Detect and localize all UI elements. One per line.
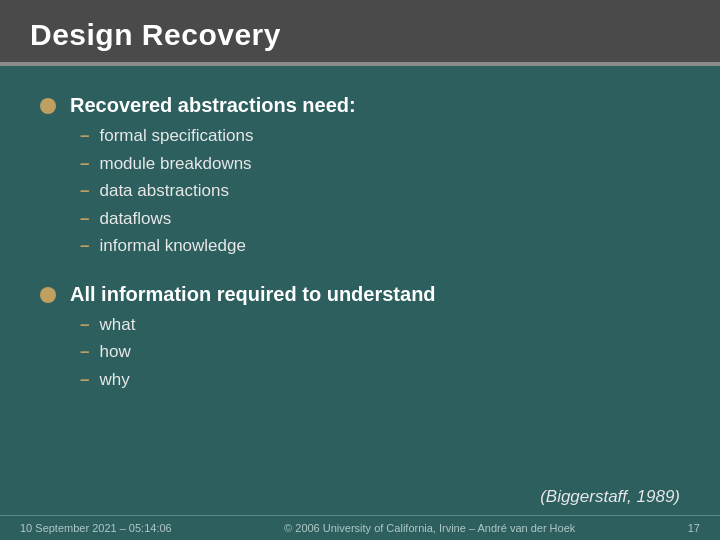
slide: Design Recovery Recovered abstractions n…	[0, 0, 720, 540]
list-item: – data abstractions	[80, 178, 680, 204]
bullet-section-1: Recovered abstractions need: – formal sp…	[40, 94, 680, 259]
bullet-content-1: Recovered abstractions need: – formal sp…	[70, 94, 680, 259]
dash-icon: –	[80, 151, 89, 177]
sub-list-1: – formal specifications – module breakdo…	[70, 123, 680, 259]
sub-item-text: why	[99, 367, 129, 393]
dash-icon: –	[80, 178, 89, 204]
sub-item-text: what	[99, 312, 135, 338]
bullet-section-2: All information required to understand –…	[40, 283, 680, 393]
list-item: – informal knowledge	[80, 233, 680, 259]
sub-list-2: – what – how – why	[70, 312, 680, 393]
sub-item-text: module breakdowns	[99, 151, 251, 177]
footer-date: 10 September 2021 – 05:14:06	[20, 522, 172, 534]
footer-copyright: © 2006 University of California, Irvine …	[172, 522, 688, 534]
dash-icon: –	[80, 206, 89, 232]
list-item: – what	[80, 312, 680, 338]
dash-icon: –	[80, 312, 89, 338]
dash-icon: –	[80, 123, 89, 149]
sub-item-text: dataflows	[99, 206, 171, 232]
dash-icon: –	[80, 367, 89, 393]
bullet-icon-1	[40, 98, 56, 114]
list-item: – how	[80, 339, 680, 365]
dash-icon: –	[80, 233, 89, 259]
list-item: – why	[80, 367, 680, 393]
citation: (Biggerstaff, 1989)	[0, 487, 720, 515]
bullet-main-2: All information required to understand	[70, 283, 680, 306]
footer-page-number: 17	[688, 522, 700, 534]
footer-bar: 10 September 2021 – 05:14:06 © 2006 Univ…	[0, 515, 720, 540]
list-item: – dataflows	[80, 206, 680, 232]
sub-item-text: how	[99, 339, 130, 365]
bullet-main-1: Recovered abstractions need:	[70, 94, 680, 117]
bullet-icon-2	[40, 287, 56, 303]
title-bar: Design Recovery	[0, 0, 720, 66]
list-item: – module breakdowns	[80, 151, 680, 177]
content-area: Recovered abstractions need: – formal sp…	[0, 66, 720, 487]
sub-item-text: formal specifications	[99, 123, 253, 149]
sub-item-text: informal knowledge	[99, 233, 245, 259]
bullet-content-2: All information required to understand –…	[70, 283, 680, 393]
sub-item-text: data abstractions	[99, 178, 228, 204]
list-item: – formal specifications	[80, 123, 680, 149]
slide-title: Design Recovery	[30, 18, 281, 51]
dash-icon: –	[80, 339, 89, 365]
